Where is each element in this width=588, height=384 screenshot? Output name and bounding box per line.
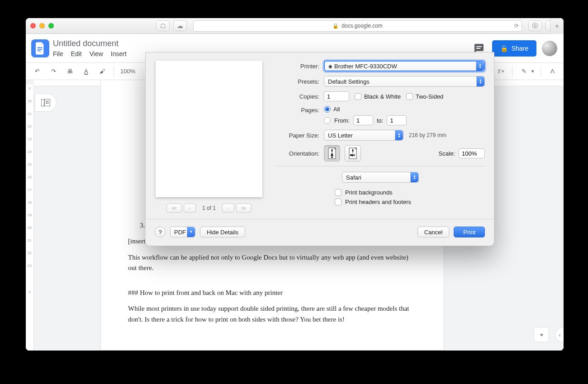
from-page-input[interactable] bbox=[353, 115, 373, 125]
print-button[interactable]: Print bbox=[454, 227, 485, 237]
lock-icon: 🔒 bbox=[500, 45, 508, 52]
printer-select[interactable]: ◉ Brother MFC-9330CDW ▲▼ bbox=[324, 61, 485, 71]
copies-input[interactable] bbox=[324, 91, 349, 101]
svg-rect-3 bbox=[476, 46, 482, 47]
docs-logo-icon[interactable] bbox=[31, 39, 49, 57]
print-backgrounds-option[interactable]: Print backgrounds bbox=[335, 189, 485, 196]
icloud-tabs-button[interactable]: ☁ bbox=[173, 20, 187, 31]
svg-rect-4 bbox=[476, 48, 480, 49]
two-sided-checkbox[interactable] bbox=[406, 93, 413, 100]
menu-insert[interactable]: Insert bbox=[111, 50, 127, 57]
print-headers-option[interactable]: Print headers and footers bbox=[335, 199, 485, 205]
bw-checkbox[interactable] bbox=[355, 93, 361, 100]
svg-rect-2 bbox=[38, 51, 41, 52]
orientation-portrait-button[interactable] bbox=[324, 145, 340, 161]
share-button[interactable]: 🔒 Share bbox=[492, 40, 536, 57]
help-button[interactable]: ? bbox=[155, 227, 166, 237]
menu-file[interactable]: File bbox=[53, 50, 63, 57]
browser-titlebar: ☖ ☁ 🔒 docs.google.com ⟳ ⓪ ⤓ + bbox=[26, 18, 564, 34]
minimize-window-button[interactable] bbox=[39, 23, 45, 28]
pages-label: Pages: bbox=[276, 106, 319, 114]
share-label: Share bbox=[512, 45, 528, 52]
printer-label: Printer: bbox=[276, 63, 319, 70]
menu-edit[interactable]: Edit bbox=[71, 50, 82, 57]
svg-point-13 bbox=[331, 153, 333, 155]
list-number: 3. bbox=[140, 220, 145, 231]
lock-icon: 🔒 bbox=[332, 23, 339, 29]
clear-formatting-button[interactable]: T✕ bbox=[496, 66, 506, 76]
zoom-window-button[interactable] bbox=[48, 23, 54, 28]
scale-input[interactable] bbox=[459, 148, 485, 158]
last-page-button[interactable]: ≫ bbox=[236, 204, 251, 213]
presets-label: Presets: bbox=[276, 78, 319, 85]
url-text: docs.google.com bbox=[341, 23, 383, 29]
prev-page-button[interactable]: ‹ bbox=[184, 204, 196, 213]
svg-rect-0 bbox=[38, 47, 43, 48]
privacy-report-button[interactable]: ☖ bbox=[156, 20, 170, 31]
redo-button[interactable]: ↷ bbox=[48, 66, 58, 76]
paint-format-button[interactable]: 🖌 bbox=[97, 66, 107, 76]
svg-rect-5 bbox=[41, 99, 50, 106]
pages-range-radio[interactable] bbox=[324, 117, 331, 124]
bw-option[interactable]: Black & White bbox=[355, 93, 401, 100]
pages-range-option[interactable]: From: to: bbox=[324, 115, 407, 125]
print-dialog-footer: ? PDF ▼ Hide Details Cancel Print bbox=[146, 219, 494, 246]
paper-size-select[interactable]: US Letter ▲▼ bbox=[324, 130, 403, 141]
document-outline-button[interactable] bbox=[35, 94, 57, 112]
hide-details-button[interactable]: Hide Details bbox=[200, 227, 245, 237]
app-section-select[interactable]: Safari ▲▼ bbox=[342, 172, 419, 183]
collapse-toolbar-button[interactable]: ᐱ bbox=[547, 66, 557, 76]
explore-button[interactable]: ✦ bbox=[534, 327, 549, 342]
doc-heading: ### How to print front and back on Mac w… bbox=[128, 288, 417, 298]
document-title[interactable]: Untitled document bbox=[53, 39, 127, 48]
print-backgrounds-checkbox[interactable] bbox=[335, 189, 341, 196]
new-tab-button[interactable]: + bbox=[550, 18, 564, 34]
print-button[interactable]: 🖶 bbox=[65, 66, 75, 76]
to-page-input[interactable] bbox=[387, 115, 407, 125]
pdf-menu[interactable]: PDF ▼ bbox=[170, 227, 195, 237]
doc-paragraph: This workflow can be applied not only to… bbox=[128, 252, 417, 274]
zoom-select[interactable]: 100% bbox=[120, 68, 135, 75]
undo-button[interactable]: ↶ bbox=[32, 66, 42, 76]
orientation-landscape-button[interactable] bbox=[345, 145, 361, 161]
paper-dimensions: 216 by 279 mm bbox=[409, 132, 446, 138]
svg-point-22 bbox=[350, 154, 352, 156]
print-preview-page bbox=[156, 61, 262, 197]
print-headers-checkbox[interactable] bbox=[335, 199, 341, 205]
pages-all-option[interactable]: All bbox=[324, 106, 407, 113]
window-controls bbox=[30, 23, 54, 28]
side-panel-toggle[interactable]: ‹ bbox=[555, 327, 564, 342]
first-page-button[interactable]: ≪ bbox=[166, 204, 182, 213]
print-options-form: Printer: ◉ Brother MFC-9330CDW ▲▼ Preset… bbox=[276, 61, 485, 213]
reload-icon[interactable]: ⟳ bbox=[514, 23, 519, 29]
print-dialog: ≪ ‹ 1 of 1 › ≫ Printer: ◉ Brother MFC-93… bbox=[145, 52, 494, 246]
safari-window: ☖ ☁ 🔒 docs.google.com ⟳ ⓪ ⤓ + Untitled d… bbox=[26, 18, 564, 351]
page-indicator: 1 of 1 bbox=[202, 205, 216, 211]
paper-size-label: Paper Size: bbox=[276, 132, 319, 139]
pages-all-radio[interactable] bbox=[324, 106, 331, 113]
scale-label: Scale: bbox=[439, 150, 455, 157]
orientation-label: Orientation: bbox=[276, 150, 319, 157]
two-sided-option[interactable]: Two-Sided bbox=[406, 93, 443, 100]
print-preview-pane: ≪ ‹ 1 of 1 › ≫ bbox=[155, 61, 263, 213]
reader-button[interactable]: ⓪ bbox=[528, 20, 542, 31]
spellcheck-button[interactable]: A̲ bbox=[81, 66, 91, 76]
next-page-button[interactable]: › bbox=[222, 204, 234, 213]
account-avatar[interactable] bbox=[542, 41, 557, 56]
editing-mode-button[interactable]: ✎ bbox=[519, 66, 529, 76]
close-window-button[interactable] bbox=[30, 23, 36, 28]
printer-status-icon: ◉ bbox=[328, 64, 332, 69]
presets-select[interactable]: Default Settings ▲▼ bbox=[324, 76, 485, 87]
doc-paragraph: While most printers in use today support… bbox=[128, 303, 417, 325]
cancel-button[interactable]: Cancel bbox=[417, 227, 449, 237]
copies-label: Copies: bbox=[276, 93, 319, 100]
svg-rect-1 bbox=[38, 49, 43, 50]
docs-menus: File Edit View Insert bbox=[53, 50, 127, 57]
menu-view[interactable]: View bbox=[90, 50, 103, 57]
preview-pager: ≪ ‹ 1 of 1 › ≫ bbox=[166, 204, 251, 213]
address-bar[interactable]: 🔒 docs.google.com ⟳ bbox=[193, 20, 522, 32]
vertical-ruler[interactable]: 9 10 11 12 13 14 15 16 17 18 19 20 21 22… bbox=[26, 85, 34, 351]
